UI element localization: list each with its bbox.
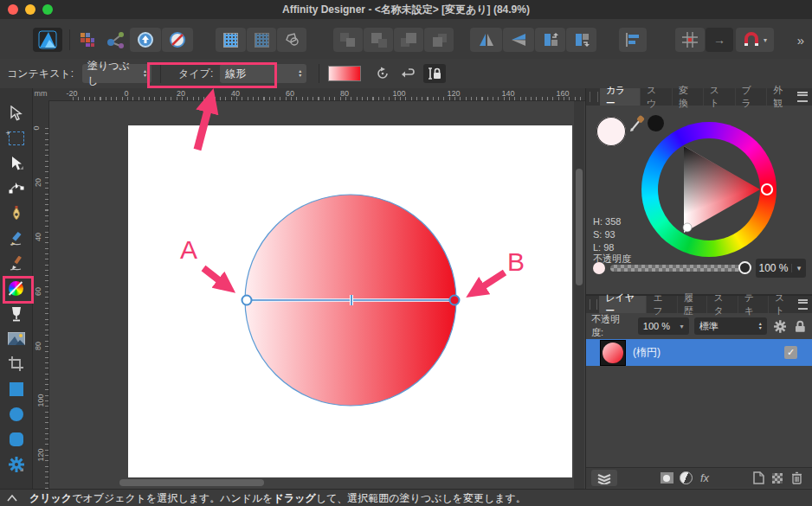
caret-down-icon[interactable]: ▾	[791, 264, 806, 272]
panel-grip-icon[interactable]	[590, 299, 597, 310]
snapping-button[interactable]: ▾	[736, 28, 774, 52]
tab-swatches[interactable]: スウ	[640, 88, 672, 106]
alignment-button[interactable]	[619, 28, 647, 52]
opacity-value-box[interactable]: 100 % ▾	[756, 259, 806, 278]
insert-top-badge-button[interactable]	[130, 28, 161, 52]
lock-icon[interactable]	[795, 320, 806, 333]
transparency-tool[interactable]	[0, 301, 32, 326]
place-image-tool[interactable]	[0, 326, 32, 351]
layers-stack-button[interactable]	[591, 470, 617, 486]
active-color-swatch[interactable]	[596, 117, 626, 146]
horizontal-scrollbar-thumb[interactable]	[119, 479, 264, 486]
new-layer-button[interactable]	[749, 471, 768, 486]
rotate-gradient-button[interactable]	[371, 64, 394, 83]
tab-text[interactable]: テキ	[738, 296, 768, 313]
rotate-ccw-button[interactable]	[535, 28, 565, 52]
canvas-area[interactable]: mm -20020406080100120140160 020406080100…	[33, 88, 585, 489]
ellipse-object[interactable]	[128, 125, 572, 477]
ruler-tick-label: 80	[340, 89, 349, 98]
ruler-tick-label: 100	[36, 394, 45, 407]
magnet-icon	[743, 32, 760, 48]
gradient-start-handle[interactable]	[242, 296, 252, 305]
shape-gear-tool[interactable]	[0, 452, 32, 477]
designer-persona-button[interactable]	[33, 28, 62, 52]
horizontal-scrollbar[interactable]	[48, 477, 574, 489]
export-persona-button[interactable]	[104, 28, 128, 52]
rotate-cw-button[interactable]	[566, 28, 596, 52]
tab-effects[interactable]: エフ	[646, 296, 676, 313]
layers-bottom-bar: fx	[586, 467, 812, 488]
tab-brushes[interactable]: ブラ	[735, 88, 767, 106]
flip-horizontal-button[interactable]	[470, 28, 502, 52]
move-to-front-button[interactable]	[424, 28, 454, 52]
arrange-back-one-icon	[371, 33, 386, 47]
node-tool[interactable]	[0, 176, 32, 201]
vertical-scrollbar-thumb[interactable]	[576, 169, 583, 285]
chevron-up-icon[interactable]	[7, 495, 17, 502]
trash-icon	[791, 471, 802, 484]
layers-panel-tabbar: レイヤー エフ 履歴 スタ テキ スト	[586, 296, 812, 313]
reverse-gradient-button[interactable]	[397, 64, 420, 83]
rotate-ccw-icon	[543, 32, 558, 48]
tab-stroke[interactable]: スト	[703, 88, 735, 106]
move-tool[interactable]	[0, 100, 32, 125]
tab-layers[interactable]: レイヤー	[599, 296, 646, 313]
layer-settings-gear-icon[interactable]	[774, 320, 787, 333]
tab-stroke2[interactable]: スト	[768, 296, 798, 313]
artboard[interactable]	[128, 125, 572, 477]
layer-visibility-checkbox[interactable]: ✓	[784, 346, 797, 359]
maintain-fill-aspect-button[interactable]	[423, 64, 446, 83]
adjustment-layer-button[interactable]	[676, 471, 695, 486]
triangle-selector-dot[interactable]	[683, 223, 692, 232]
move-whole-pixels-button[interactable]: →	[706, 28, 733, 52]
opacity-slider[interactable]	[610, 265, 751, 272]
vertical-scrollbar[interactable]	[574, 100, 584, 489]
panel-grip-icon[interactable]	[590, 92, 598, 102]
tab-appearance[interactable]: 外観	[766, 88, 797, 106]
layer-name: (楕円)	[633, 345, 661, 360]
flip-vertical-button[interactable]	[503, 28, 534, 52]
ellipse-tool[interactable]	[0, 401, 32, 426]
hue-selector-ring[interactable]	[762, 184, 772, 195]
forward-one-button[interactable]	[394, 28, 423, 52]
rounded-rectangle-tool[interactable]	[0, 426, 32, 452]
tab-history[interactable]: 履歴	[677, 296, 707, 313]
panel-menu-icon[interactable]	[797, 92, 808, 102]
pixel-persona-button[interactable]	[76, 28, 99, 52]
gradient-end-handle[interactable]	[450, 296, 460, 305]
artboard-tool[interactable]: +	[0, 125, 32, 151]
show-grid-button[interactable]	[675, 28, 705, 52]
context-fill-dropdown[interactable]: 塗りつぶし ▴▾	[82, 64, 151, 83]
marquee-snap-button[interactable]	[216, 28, 246, 52]
pen-tool[interactable]	[0, 201, 32, 226]
crop-tool[interactable]	[0, 351, 32, 376]
toolbar-overflow-button[interactable]: »	[792, 28, 809, 52]
rectangle-tool[interactable]	[0, 376, 32, 401]
new-pixel-layer-button[interactable]	[768, 471, 787, 486]
layers-opacity-dropdown[interactable]: 100 % ▾	[638, 317, 689, 335]
layer-effects-button[interactable]: fx	[695, 471, 714, 486]
brush-tool[interactable]	[0, 251, 32, 276]
gradient-fill-swatch[interactable]	[328, 66, 361, 81]
selection-tool[interactable]	[0, 151, 32, 176]
move-to-back-button[interactable]	[333, 28, 363, 52]
pencil-tool[interactable]	[0, 226, 32, 251]
dotted-grid-faint-icon	[255, 33, 269, 48]
color-wheel[interactable]	[641, 122, 777, 257]
marquee-dotted-button[interactable]	[247, 28, 276, 52]
ruler-tick-label: 40	[231, 89, 240, 98]
tab-color[interactable]: カラー	[600, 88, 640, 106]
mask-layer-button[interactable]	[657, 471, 676, 486]
tab-transform[interactable]: 変換	[672, 88, 703, 106]
layer-thumbnail[interactable]	[600, 340, 626, 366]
export-persona-icon	[106, 31, 126, 48]
layer-row[interactable]: (楕円) ✓	[586, 339, 812, 366]
back-one-button[interactable]	[364, 28, 393, 52]
panel-menu-icon[interactable]	[798, 299, 808, 310]
insert-inside-badge-button[interactable]	[162, 28, 193, 52]
opacity-slider-handle[interactable]	[738, 261, 751, 274]
shape-select-button[interactable]	[277, 28, 306, 52]
tab-styles[interactable]: スタ	[706, 296, 737, 313]
blend-mode-dropdown[interactable]: 標準 ▴▾	[694, 317, 767, 335]
delete-layer-button[interactable]	[787, 471, 806, 486]
